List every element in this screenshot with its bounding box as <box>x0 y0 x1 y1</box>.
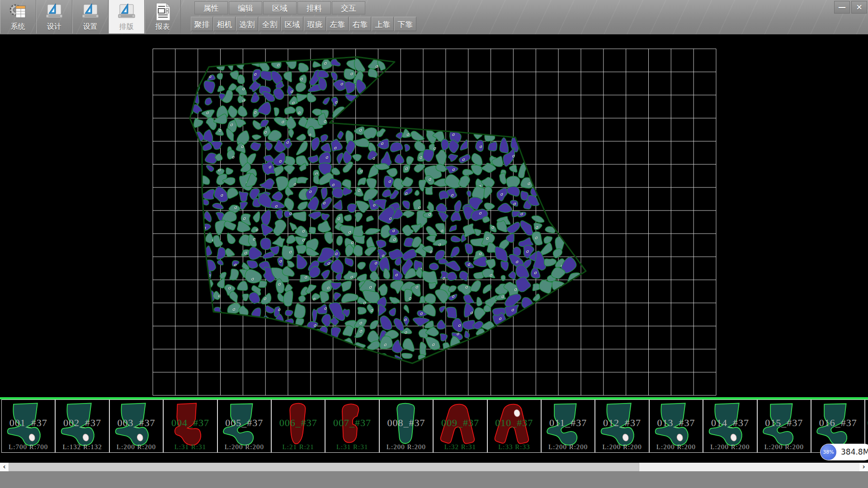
piece-label: 010_#37 <box>488 417 541 429</box>
scroll-left-button[interactable]: ‹ <box>0 463 9 471</box>
piece-count-detail: L:132 R:132 <box>56 443 108 451</box>
piece-label: 013_#37 <box>650 417 703 429</box>
piece-thumbnail-8[interactable]: 008_#37L:200 R:200 <box>379 399 433 453</box>
piece-thumbnail-13[interactable]: 013_#37L:200 R:200 <box>649 399 703 453</box>
tool-button-1[interactable]: 聚排 <box>191 17 213 31</box>
piece-thumbnail-3[interactable]: 003_#37L:200 R:200 <box>109 399 163 453</box>
piece-thumbnail-1[interactable]: 001_#37L:700 R:700 <box>1 399 55 453</box>
mode-button-4[interactable]: 排版 <box>108 0 145 33</box>
piece-thumbnail-14[interactable]: 014_#37L:200 R:200 <box>703 399 757 453</box>
mode-button-label: 报表 <box>145 22 180 32</box>
piece-count-detail: L:31 R:31 <box>164 443 217 451</box>
tool-button-2[interactable]: 相机 <box>213 17 236 31</box>
tool-button-4[interactable]: 全割 <box>259 17 281 31</box>
settings-icon <box>80 2 100 22</box>
mode-button-3[interactable]: 设置 <box>72 0 108 33</box>
piece-count-detail: L:200 R:200 <box>542 443 594 451</box>
piece-label: 007_#37 <box>326 417 378 429</box>
piece-label: 015_#37 <box>758 417 811 429</box>
piece-label: 014_#37 <box>703 417 756 429</box>
piece-count-detail: L:21 R:21 <box>272 443 325 451</box>
strip-bottom-gap <box>0 454 868 463</box>
piece-thumbnail-10[interactable]: 010_#37L:33 R:33 <box>487 399 541 453</box>
scroll-right-button[interactable]: › <box>859 463 868 471</box>
piece-label: 002_#37 <box>56 417 108 429</box>
minimize-button[interactable]: — <box>834 1 850 14</box>
memory-monitor-pill[interactable]: 38% 384.8M <box>820 444 868 460</box>
piece-label: 016_#37 <box>811 417 864 429</box>
piece-count-detail: L:32 R:31 <box>434 443 486 451</box>
memory-size-label: 384.8M <box>841 444 868 460</box>
menu-tab-5[interactable]: 交互 <box>332 1 365 14</box>
piece-thumbnail-4[interactable]: 004_#37L:31 R:31 <box>163 399 217 453</box>
mode-button-label: 设置 <box>72 22 108 32</box>
piece-count-detail: L:33 R:33 <box>488 443 541 451</box>
tool-button-6[interactable]: 瑕疵 <box>304 17 326 31</box>
menu-tab-3[interactable]: 区域 <box>263 1 297 14</box>
menu-tab-4[interactable]: 排料 <box>297 1 331 14</box>
horizontal-scrollbar[interactable]: ‹ › <box>0 463 868 471</box>
piece-label: 012_#37 <box>595 417 648 429</box>
piece-count-detail: L:200 R:200 <box>110 443 163 451</box>
scrollbar-thumb[interactable] <box>9 463 639 471</box>
status-bar <box>0 471 868 488</box>
piece-count-detail: L:200 R:200 <box>218 443 271 451</box>
piece-label: 004_#37 <box>164 417 217 429</box>
menu-tab-1[interactable]: 属性 <box>194 1 228 14</box>
piece-thumbnail-9[interactable]: 009_#37L:32 R:31 <box>433 399 487 453</box>
piece-label: 017_#37 <box>865 417 868 429</box>
piece-count-detail: L:31 R:31 <box>326 443 378 451</box>
piece-count-detail: L:200 R:200 <box>703 443 756 451</box>
piece-label: 006_#37 <box>272 417 325 429</box>
piece-thumbnail-5[interactable]: 005_#37L:200 R:200 <box>217 399 271 453</box>
report-icon <box>153 2 173 22</box>
piece-thumbnail-12[interactable]: 012_#37L:200 R:200 <box>595 399 649 453</box>
tool-button-5[interactable]: 区域 <box>281 17 303 31</box>
mode-button-label: 排版 <box>108 22 144 32</box>
piece-count-detail: L:200 R:200 <box>595 443 648 451</box>
menu-tab-2[interactable]: 编辑 <box>229 1 262 14</box>
mode-button-5[interactable]: 报表 <box>145 0 181 33</box>
tool-button-10[interactable]: 下靠 <box>394 17 416 31</box>
piece-thumbnail-11[interactable]: 011_#37L:200 R:200 <box>541 399 595 453</box>
design-icon <box>44 2 64 22</box>
piece-thumbnail-6[interactable]: 006_#37L:21 R:21 <box>271 399 325 453</box>
piece-label: 009_#37 <box>434 417 486 429</box>
piece-thumbnail-2[interactable]: 002_#37L:132 R:132 <box>55 399 109 453</box>
piece-label: 005_#37 <box>218 417 271 429</box>
piece-count-detail: L:200 R:200 <box>758 443 811 451</box>
memory-percent-badge: 38% <box>821 444 836 460</box>
tool-button-3[interactable]: 选割 <box>236 17 258 31</box>
piece-thumbnail-15[interactable]: 015_#37L:200 R:200 <box>757 399 811 453</box>
tool-button-7[interactable]: 左靠 <box>326 17 349 31</box>
piece-count-detail: L:700 R:700 <box>2 443 55 451</box>
piece-label: 003_#37 <box>110 417 163 429</box>
mode-button-label: 系统 <box>0 22 36 32</box>
mode-button-1[interactable]: 系统 <box>0 0 36 33</box>
piece-label: 008_#37 <box>380 417 433 429</box>
close-button[interactable]: ✕ <box>851 1 867 14</box>
tool-button-8[interactable]: 右靠 <box>349 17 371 31</box>
piece-thumbnail-7[interactable]: 007_#37L:31 R:31 <box>325 399 379 453</box>
mode-button-label: 设计 <box>36 22 72 32</box>
piece-count-detail: L:200 R:200 <box>380 443 433 451</box>
piece-count-detail: L:200 R:200 <box>650 443 703 451</box>
piece-label: 001_#37 <box>2 417 55 429</box>
tool-button-9[interactable]: 上靠 <box>372 17 394 31</box>
nesting-canvas[interactable] <box>0 34 868 397</box>
system-icon <box>8 2 28 22</box>
piece-label: 011_#37 <box>542 417 594 429</box>
layout-icon <box>117 2 137 22</box>
piece-thumbnail-strip: 001_#37L:700 R:700002_#37L:132 R:132003_… <box>0 399 868 454</box>
mode-button-2[interactable]: 设计 <box>36 0 72 33</box>
nesting-drawing <box>0 34 868 397</box>
main-toolbar: 系统设计设置排版报表 属性编辑区域排料交互 聚排相机选割全割区域瑕疵左靠右靠上靠… <box>0 0 868 34</box>
